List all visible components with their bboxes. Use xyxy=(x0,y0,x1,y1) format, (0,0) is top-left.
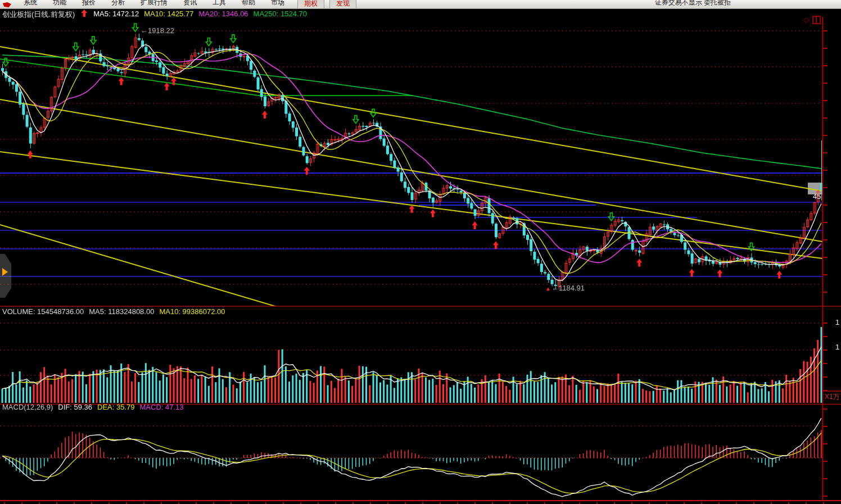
status-text: 证券交易不显示 委托被拒 xyxy=(655,0,731,7)
app-logo-icon xyxy=(3,2,11,7)
macd-label-2: DEA: 35.79 xyxy=(97,403,135,411)
volume-label-0: VOLUME: 154548736.00 xyxy=(2,307,84,316)
menu-bar: 系统功能报价分析扩展行情资讯工具帮助市场期权发现 证券交易不显示 委托被拒 xyxy=(0,0,841,9)
menu-item-4[interactable]: 扩展行情 xyxy=(133,0,175,9)
main-chart-header: 创业板指(日线.前复权) MA5: 1472.12MA10: 1425.77MA… xyxy=(2,10,307,20)
menu-hot-item-0[interactable]: 期权 xyxy=(297,0,324,9)
last-price-axis-label: 45 xyxy=(813,192,822,201)
menu-item-group: 系统功能报价分析扩展行情资讯工具帮助市场期权发现 xyxy=(16,0,356,9)
menu-item-0[interactable]: 系统 xyxy=(16,0,45,9)
main-ma-label-0: MA5: 1472.12 xyxy=(93,10,139,20)
diamond-icon[interactable]: ◇ xyxy=(803,16,810,24)
low-price-text: ←1184.91 xyxy=(551,284,585,292)
menu-item-2[interactable]: 报价 xyxy=(74,0,103,9)
volume-panel-header: VOLUME: 154548736.00MA5: 118324808.00MA1… xyxy=(2,307,225,316)
panel-corner-icons: ◇ xyxy=(803,16,821,24)
volume-label-2: MA10: 99386072.00 xyxy=(159,307,225,316)
menu-item-6[interactable]: 工具 xyxy=(205,0,234,9)
low-price-annotation: ▲←1184.91 xyxy=(545,284,585,292)
menu-item-5[interactable]: 资讯 xyxy=(175,0,205,9)
app-window: 系统功能报价分析扩展行情资讯工具帮助市场期权发现 证券交易不显示 委托被拒 创业… xyxy=(0,0,841,504)
volume-axis-multiplier: X1万 xyxy=(825,392,840,402)
main-ma-label-2: MA20: 1346.06 xyxy=(198,10,248,20)
security-title: 创业板指(日线.前复权) xyxy=(2,10,75,20)
trend-up-arrow-icon xyxy=(81,10,87,17)
volume-axis-label-2: 1 xyxy=(835,343,839,351)
macd-panel-header: MACD(12,26,9)DIF: 59.36DEA: 35.79MACD: 4… xyxy=(2,403,184,411)
main-ma-label-1: MA10: 1425.77 xyxy=(144,10,193,20)
menu-hot-item-1[interactable]: 发现 xyxy=(329,0,356,9)
menu-item-7[interactable]: 帮助 xyxy=(234,0,263,9)
volume-axis-label-1: 1 xyxy=(835,318,839,326)
high-price-annotation: ←1918.22 xyxy=(141,26,174,35)
menu-item-3[interactable]: 分析 xyxy=(103,0,133,9)
main-ma-label-3: MA250: 1524.70 xyxy=(254,10,307,20)
window-icon[interactable] xyxy=(812,16,821,24)
low-marker-icon: ▲ xyxy=(545,285,551,292)
menu-item-8[interactable]: 市场 xyxy=(263,0,292,9)
volume-label-1: MA5: 118324808.00 xyxy=(89,307,154,316)
macd-label-3: MACD: 47.13 xyxy=(140,403,184,411)
chart-canvas[interactable] xyxy=(0,8,841,504)
menu-item-1[interactable]: 功能 xyxy=(45,0,74,9)
macd-label-0: MACD(12,26,9) xyxy=(2,403,53,411)
macd-label-1: DIF: 59.36 xyxy=(58,403,92,411)
